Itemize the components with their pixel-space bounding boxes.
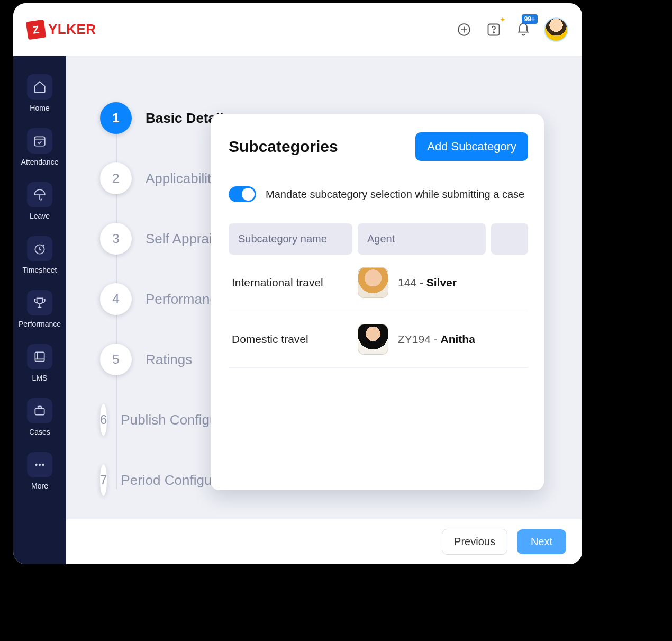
step-number: 2	[100, 162, 132, 194]
svg-rect-5	[34, 137, 45, 146]
brand-badge: Z	[26, 19, 46, 39]
step-label: Applicability	[146, 170, 218, 187]
agent-name: ZY194 - Anitha	[398, 333, 475, 346]
table-header: Subcategory name Agent	[229, 223, 528, 255]
sidebar-item-label: Timesheet	[23, 266, 57, 274]
sidebar: Home Attendance Leave Timesheet Performa…	[13, 56, 66, 564]
step-number: 5	[100, 344, 132, 375]
mandate-toggle-row: Mandate subcategory selection while subm…	[229, 186, 528, 202]
brand-name: YLKER	[48, 21, 96, 38]
sidebar-item-more[interactable]: More	[17, 447, 62, 498]
agent-avatar	[358, 324, 388, 355]
step-number: 4	[100, 283, 132, 315]
agent-id: ZY194	[398, 333, 431, 345]
svg-point-10	[39, 464, 41, 466]
mandate-toggle-label: Mandate subcategory selection while subm…	[266, 188, 524, 201]
calendar-check-icon	[27, 128, 52, 154]
svg-rect-8	[35, 409, 44, 415]
svg-rect-7	[35, 352, 44, 361]
sidebar-item-label: Leave	[30, 212, 50, 220]
step-number: 7	[100, 464, 107, 496]
footer: Previous Next	[66, 519, 582, 564]
app-window: Z YLKER ✦ 99+	[13, 3, 582, 564]
agent-cell: 144 - Silver	[358, 267, 528, 298]
panel-title: Subcategories	[229, 138, 338, 156]
add-icon[interactable]	[455, 21, 473, 39]
clock-icon	[27, 236, 52, 261]
next-button[interactable]: Next	[517, 529, 566, 554]
briefcase-icon	[27, 398, 52, 423]
column-actions	[491, 223, 528, 255]
dots-icon	[27, 452, 52, 477]
table-row[interactable]: International travel 144 - Silver	[229, 255, 528, 311]
svg-point-4	[493, 32, 494, 33]
sidebar-item-cases[interactable]: Cases	[17, 393, 62, 444]
agent-cell: ZY194 - Anitha	[358, 324, 528, 355]
sidebar-item-lms[interactable]: LMS	[17, 339, 62, 390]
svg-point-11	[42, 464, 44, 466]
subcategory-name: Domestic travel	[229, 333, 352, 346]
step-number: 1	[100, 102, 132, 134]
user-avatar[interactable]	[544, 17, 568, 42]
sidebar-item-label: Cases	[29, 428, 50, 436]
sidebar-item-label: Attendance	[21, 158, 59, 166]
step-number: 6	[100, 404, 107, 436]
subcategory-name: International travel	[229, 276, 352, 289]
agent-avatar	[358, 267, 388, 298]
sparkle-icon: ✦	[500, 15, 506, 24]
add-subcategory-button[interactable]: Add Subcategory	[415, 132, 528, 161]
notifications-icon[interactable]: 99+	[514, 21, 532, 39]
trophy-icon	[27, 290, 52, 315]
mandate-toggle[interactable]	[229, 186, 256, 202]
step-number: 3	[100, 223, 132, 255]
sidebar-item-label: LMS	[32, 374, 48, 382]
table-row[interactable]: Domestic travel ZY194 - Anitha	[229, 311, 528, 368]
sidebar-item-label: More	[31, 482, 48, 490]
book-icon	[27, 344, 52, 369]
sidebar-item-label: Performance	[19, 320, 61, 328]
svg-point-9	[35, 464, 37, 466]
step-label: Ratings	[146, 351, 192, 368]
notification-badge: 99+	[522, 14, 538, 24]
panel-header: Subcategories Add Subcategory	[229, 132, 528, 161]
topbar: Z YLKER ✦ 99+	[13, 3, 582, 56]
brand: Z YLKER	[27, 21, 96, 39]
sidebar-item-home[interactable]: Home	[17, 69, 62, 120]
home-icon	[27, 74, 52, 100]
agent-name: 144 - Silver	[398, 276, 457, 289]
help-icon[interactable]: ✦	[485, 21, 503, 39]
sidebar-item-leave[interactable]: Leave	[17, 177, 62, 228]
agent-display-name: Silver	[426, 276, 457, 288]
sidebar-item-performance[interactable]: Performance	[17, 285, 62, 336]
sidebar-item-timesheet[interactable]: Timesheet	[17, 231, 62, 282]
column-subcategory-name: Subcategory name	[229, 223, 352, 255]
agent-id: 144	[398, 276, 416, 288]
umbrella-icon	[27, 182, 52, 207]
sidebar-item-label: Home	[30, 104, 49, 112]
subcategories-panel: Subcategories Add Subcategory Mandate su…	[211, 114, 544, 490]
sidebar-item-attendance[interactable]: Attendance	[17, 123, 62, 174]
top-actions: ✦ 99+	[455, 17, 568, 42]
column-agent: Agent	[358, 223, 486, 255]
previous-button[interactable]: Previous	[442, 529, 507, 555]
agent-display-name: Anitha	[441, 333, 475, 345]
